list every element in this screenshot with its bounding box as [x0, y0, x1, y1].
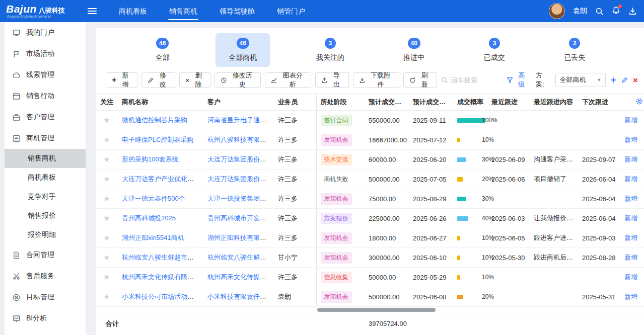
star-icon[interactable]: ★ [103, 273, 110, 281]
menu-toggle-icon[interactable] [88, 8, 97, 14]
table-row[interactable]: ★ 湖州正阳xin5541商机 湖州正阳科技有限公司 许三多 发现机会 1800… [96, 228, 644, 248]
customer-link[interactable]: 杭州高禾文化传媒有限公司 [207, 273, 274, 281]
star-icon[interactable]: ★ [103, 135, 110, 144]
table-row[interactable]: ★ 微机通信控制芯片采购 河南省昱升电子通信有限... 许三多 签订合同 550… [96, 111, 644, 130]
scrollbar-thumb[interactable] [317, 308, 436, 312]
add-followup-link[interactable]: 新增 [624, 254, 637, 261]
edit-plan-icon[interactable] [621, 76, 628, 83]
table-row[interactable]: ★ 天津一德元器件500个 天津一德投资集团有限公司 许三多 发现机会 7500… [96, 189, 644, 209]
opportunity-name-link[interactable]: 小米科技公司市场活动招标 [122, 293, 200, 300]
sidebar-subitem-sales-opportunity[interactable]: 销售商机 [5, 149, 86, 168]
sidebar-subitem-competitors[interactable]: 竞争对手 [5, 187, 86, 206]
star-icon[interactable]: ★ [103, 233, 110, 242]
table-row[interactable]: ★ 贵州高科城投2025 贵州高科城市开发集团服... 许三多 方案报价 225… [96, 209, 644, 228]
stat-tab-all[interactable]: 46 全部 [142, 33, 183, 67]
search-box[interactable] [441, 76, 502, 84]
customer-link[interactable]: 贵州高科城市开发集团服... [207, 214, 274, 222]
customer-link[interactable]: 天津一德投资集团有限公司 [207, 195, 274, 202]
add-followup-link[interactable]: 新增 [624, 293, 637, 300]
table-row[interactable]: ★ 新的采购100套系统 大连万达集团股份有限公司 许三多 技术交流 60000… [96, 150, 644, 170]
star-icon[interactable]: ★ [103, 116, 110, 124]
history-button[interactable]: 修改历史 [214, 72, 261, 88]
sidebar-item-after-sales[interactable]: 售后服务 [5, 266, 86, 287]
avatar[interactable] [549, 3, 565, 19]
add-followup-link[interactable]: 新增 [624, 116, 637, 124]
sidebar-item-sales-action[interactable]: 销售行动 [5, 86, 86, 107]
search-icon[interactable] [595, 7, 604, 16]
sidebar-item-bi[interactable]: BI分析 [5, 308, 86, 329]
customer-link[interactable]: 杭州临安八骏生鲜超市（... [207, 254, 274, 261]
sidebar-item-customer[interactable]: 客户管理 [5, 107, 86, 128]
customer-link[interactable]: 小米科技有限责任公司 [207, 293, 273, 300]
stat-tab-followed[interactable]: 3 我关注的 [303, 33, 357, 67]
stat-tab-won[interactable]: 3 已成交 [471, 33, 518, 67]
table-row[interactable]: ★ 小米科技公司市场活动招标 小米科技有限责任公司 袁朗 发现机会 500000… [96, 287, 644, 307]
customer-link[interactable]: 杭州八骏科技有限公司 [207, 136, 273, 143]
star-icon[interactable]: ★ [103, 214, 110, 222]
add-followup-link[interactable]: 新增 [624, 273, 637, 281]
customer-link[interactable]: 河南省昱升电子通信有限... [207, 116, 274, 124]
sidebar-item-target[interactable]: 目标管理 [5, 287, 86, 308]
table-row[interactable]: ★ 电子继保PLC控制器采购 杭州八骏科技有限公司 许三多 发现机会 16667… [96, 130, 644, 150]
customer-link[interactable]: 大连万达集团股份有限公司 [207, 175, 274, 183]
opportunity-name-link[interactable]: 大连万达客户产业优化项目 [122, 175, 200, 183]
sidebar-subitem-sales-quote[interactable]: 销售报价 [5, 206, 86, 225]
opportunity-name-link[interactable]: 天津一德元器件500个 [122, 195, 185, 202]
refresh-button[interactable]: 刷新 [403, 72, 437, 88]
sidebar-item-basic[interactable]: 基本功能 [5, 329, 86, 335]
sidebar-item-my-portal[interactable]: 我的门户 [5, 22, 86, 43]
customer-link[interactable]: 湖州正阳科技有限公司 [207, 234, 273, 241]
nav-sales-portal[interactable]: 销管门户 [266, 0, 316, 22]
notifications[interactable] [612, 6, 620, 17]
sidebar-subitem-opportunity-board[interactable]: 商机看板 [5, 168, 86, 187]
sidebar-subitem-quote-detail[interactable]: 报价明细 [5, 225, 86, 244]
opportunity-name-link[interactable]: 贵州高科城投2025 [122, 214, 176, 222]
add-followup-link[interactable]: 新增 [624, 155, 637, 163]
download-attachment-button[interactable]: 下载附件 [353, 72, 399, 88]
sidebar-item-contract[interactable]: 合同管理 [5, 244, 86, 266]
sidebar-item-opportunity[interactable]: 商机管理 [5, 128, 86, 149]
sidebar-item-leads[interactable]: 线索管理 [5, 64, 86, 86]
nav-opportunity-board[interactable]: 商机看板 [108, 0, 158, 22]
add-followup-link[interactable]: 新增 [624, 214, 637, 222]
star-icon[interactable]: ★ [103, 292, 110, 301]
opportunity-name-link[interactable]: 杭州高禾文化传媒有限公司... [122, 273, 203, 281]
advanced-filter-link[interactable]: 高级 [518, 71, 531, 89]
add-plan-icon[interactable]: + [611, 75, 616, 85]
add-followup-link[interactable]: 新增 [624, 175, 637, 183]
star-icon[interactable]: ★ [103, 253, 110, 262]
filter-icon[interactable] [507, 76, 513, 83]
delete-button[interactable]: ×删除 [179, 72, 211, 88]
opportunity-name-link[interactable]: 新的采购100套系统 [122, 155, 179, 163]
opportunity-name-link[interactable]: 微机通信控制芯片采购 [122, 116, 187, 124]
column-settings-icon[interactable] [635, 98, 643, 105]
nav-leader-cockpit[interactable]: 领导驾驶舱 [208, 0, 266, 22]
opportunity-name-link[interactable]: 电子继保PLC控制器采购 [122, 136, 193, 143]
chart-analysis-button[interactable]: 图表分析 [265, 72, 311, 88]
opportunity-name-link[interactable]: 杭州临安八骏生鲜超市（个... [122, 254, 203, 261]
download-icon[interactable] [628, 7, 637, 16]
nav-sales-opportunity[interactable]: 销售商机 [158, 0, 208, 22]
star-icon[interactable]: ★ [103, 194, 110, 203]
add-followup-link[interactable]: 新增 [624, 234, 637, 241]
star-icon[interactable]: ★ [103, 155, 110, 163]
add-followup-link[interactable]: 新增 [624, 195, 637, 202]
customer-link[interactable]: 大连万达集团股份有限公司 [207, 155, 274, 163]
add-followup-link[interactable]: 新增 [624, 136, 637, 143]
stat-tab-all-opportunities[interactable]: 46 全部商机 [216, 33, 270, 67]
opportunity-name-link[interactable]: 湖州正阳xin5541商机 [122, 234, 184, 241]
stat-tab-in-progress[interactable]: 40 推进中 [390, 33, 438, 67]
user-name[interactable]: 袁朗 [573, 7, 587, 16]
sidebar-item-market-activity[interactable]: 市场活动 [5, 43, 86, 64]
export-button[interactable]: 导出 [315, 72, 349, 88]
table-row[interactable]: ★ 大连万达客户产业优化项目 大连万达集团股份有限公司 许三多 商机失败 500… [96, 170, 644, 189]
delete-plan-icon[interactable]: × [633, 76, 638, 85]
stat-tab-lost[interactable]: 2 已丢失 [551, 33, 598, 67]
plan-select[interactable]: 全部商机 ▼ [555, 73, 606, 87]
add-button[interactable]: +新增 [106, 72, 137, 88]
edit-button[interactable]: 修改 [141, 72, 175, 88]
search-input[interactable] [451, 76, 496, 84]
table-row[interactable]: ★ 杭州临安八骏生鲜超市（个... 杭州临安八骏生鲜超市（... 甘小宁 发现机… [96, 248, 644, 268]
table-row[interactable]: ★ 杭州高禾文化传媒有限公司... 杭州高禾文化传媒有限公司 许三多 信息收集 … [96, 268, 644, 287]
star-icon[interactable]: ★ [103, 175, 110, 183]
